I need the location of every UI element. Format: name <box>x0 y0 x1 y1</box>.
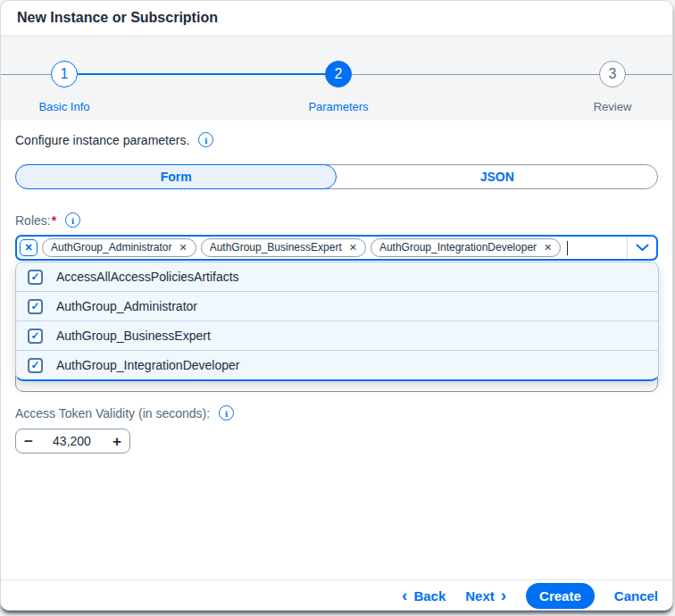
back-label: Back <box>413 588 446 604</box>
decrement-button[interactable]: − <box>24 434 33 449</box>
step-1-circle[interactable]: 1 <box>51 61 78 87</box>
value-help-button[interactable] <box>627 237 656 259</box>
checkbox-checked[interactable]: ✓ <box>28 270 43 285</box>
chevron-right-icon: › <box>501 587 506 604</box>
step-2-number: 2 <box>335 66 343 82</box>
step-2-circle[interactable]: 2 <box>325 61 352 87</box>
token-remove-icon[interactable]: ✕ <box>544 242 552 254</box>
option-label: AuthGroup_IntegrationDeveloper <box>56 358 239 372</box>
required-marker: * <box>52 213 56 228</box>
wizard-step-basic-info[interactable]: 1 Basic Info <box>11 61 118 113</box>
intro-text: Configure instance parameters. <box>15 133 189 147</box>
tab-json[interactable]: JSON <box>337 164 658 189</box>
checkmark-icon: ✓ <box>30 330 39 341</box>
chevron-down-icon <box>636 244 649 252</box>
token-label: AuthGroup_BusinessExpert <box>210 241 342 254</box>
option-authgroup-administrator[interactable]: ✓ AuthGroup_Administrator <box>16 291 658 320</box>
checkbox-checked[interactable]: ✓ <box>28 299 43 314</box>
token-remove-icon[interactable]: ✕ <box>349 242 357 254</box>
new-instance-dialog: New Instance or Subscription 1 Basic Inf… <box>0 0 673 611</box>
tab-form[interactable]: Form <box>15 164 337 189</box>
screen: New Instance or Subscription 1 Basic Inf… <box>0 0 675 616</box>
info-icon[interactable]: i <box>198 132 213 147</box>
wizard-step-review[interactable]: 3 Review <box>559 61 666 113</box>
increment-button[interactable]: + <box>112 434 121 449</box>
token-label: AuthGroup_Administrator <box>51 241 171 254</box>
token-administrator[interactable]: AuthGroup_Administrator ✕ <box>42 238 196 257</box>
next-label: Next <box>465 588 495 604</box>
roles-label-text: Roles: <box>15 213 51 228</box>
token-validity-stepper: − 43,200 + <box>15 429 130 454</box>
info-icon[interactable]: i <box>219 405 234 420</box>
dialog-footer: ‹ Back Next › Create Cancel <box>1 579 672 611</box>
checkbox-checked[interactable]: ✓ <box>28 358 43 373</box>
text-cursor <box>567 241 568 255</box>
token-integration-developer[interactable]: AuthGroup_IntegrationDeveloper ✕ <box>371 238 561 257</box>
back-button[interactable]: ‹ Back <box>402 588 446 604</box>
dialog-title: New Instance or Subscription <box>1 1 672 26</box>
checkbox-checked[interactable]: ✓ <box>28 329 43 344</box>
info-icon[interactable]: i <box>65 212 80 228</box>
view-switch: Form JSON <box>15 164 658 189</box>
option-authgroup-integration-developer[interactable]: ✓ AuthGroup_IntegrationDeveloper <box>16 350 658 379</box>
option-label: AuthGroup_BusinessExpert <box>56 329 211 343</box>
step-1-number: 1 <box>61 66 69 82</box>
token-validity-value[interactable]: 43,200 <box>33 434 111 448</box>
next-button[interactable]: Next › <box>465 588 506 604</box>
wizard-step-parameters[interactable]: 2 Parameters <box>285 61 392 113</box>
checkmark-icon: ✓ <box>30 301 39 312</box>
step-2-label: Parameters <box>285 100 392 113</box>
token-validity-label-row: Access Token Validity (in seconds): i <box>15 405 234 420</box>
step-3-number: 3 <box>609 66 617 82</box>
step-3-label: Review <box>559 100 666 113</box>
token-business-expert[interactable]: AuthGroup_BusinessExpert ✕ <box>201 238 366 257</box>
dialog-header: New Instance or Subscription <box>1 1 672 36</box>
roles-label-row: Roles:* i <box>15 212 80 228</box>
step-3-circle[interactable]: 3 <box>599 61 626 87</box>
option-authgroup-business-expert[interactable]: ✓ AuthGroup_BusinessExpert <box>16 320 658 350</box>
intro-row: Configure instance parameters. i <box>15 132 213 147</box>
option-label: AuthGroup_Administrator <box>56 299 197 313</box>
chevron-left-icon: ‹ <box>402 587 407 604</box>
token-label: AuthGroup_IntegrationDeveloper <box>379 241 537 254</box>
cancel-button[interactable]: Cancel <box>614 588 658 604</box>
roles-multi-input[interactable]: ✕ AuthGroup_Administrator ✕ AuthGroup_Bu… <box>15 235 658 261</box>
option-label: AccessAllAccessPoliciesArtifacts <box>56 270 239 284</box>
step-1-label: Basic Info <box>11 100 118 113</box>
roles-label: Roles:* <box>15 213 56 228</box>
wizard-progress: 1 Basic Info 2 Parameters 3 Review <box>1 36 672 121</box>
create-button[interactable]: Create <box>526 583 595 609</box>
checkmark-icon: ✓ <box>30 360 39 370</box>
option-access-all-access-policies[interactable]: ✓ AccessAllAccessPoliciesArtifacts <box>16 262 658 291</box>
checkmark-icon: ✓ <box>30 271 39 282</box>
token-remove-icon[interactable]: ✕ <box>179 242 187 254</box>
clear-all-tokens-button[interactable]: ✕ <box>20 239 38 256</box>
token-validity-label: Access Token Validity (in seconds): <box>15 406 210 420</box>
roles-dropdown-list: ✓ AccessAllAccessPoliciesArtifacts ✓ Aut… <box>15 262 659 381</box>
